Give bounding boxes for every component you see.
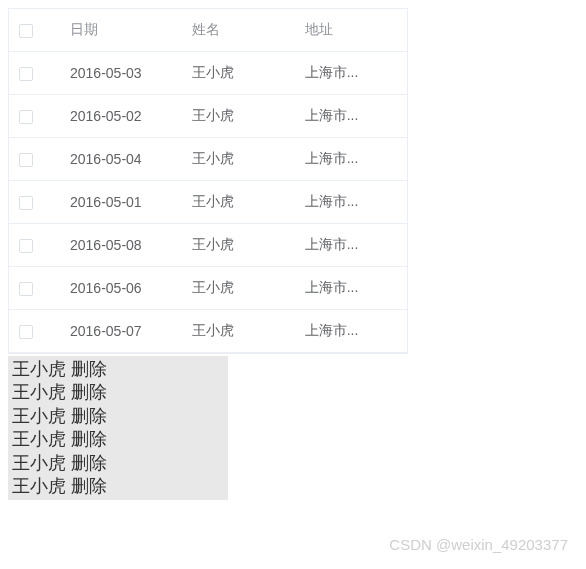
row-checkbox-cell (9, 224, 60, 267)
list-item-name: 王小虎 (12, 476, 66, 496)
cell-address: 上海市... (295, 138, 407, 181)
table-row[interactable]: 2016-05-08王小虎上海市... (9, 224, 407, 267)
row-checkbox-cell (9, 52, 60, 95)
select-all-checkbox[interactable] (19, 24, 33, 38)
row-checkbox[interactable] (19, 239, 33, 253)
cell-name: 王小虎 (182, 267, 294, 310)
list-item-action[interactable]: 删除 (71, 382, 107, 402)
row-checkbox[interactable] (19, 325, 33, 339)
row-checkbox[interactable] (19, 282, 33, 296)
row-checkbox[interactable] (19, 67, 33, 81)
table-row[interactable]: 2016-05-03王小虎上海市... (9, 52, 407, 95)
cell-name: 王小虎 (182, 181, 294, 224)
table-row[interactable]: 2016-05-01王小虎上海市... (9, 181, 407, 224)
table-row[interactable]: 2016-05-04王小虎上海市... (9, 138, 407, 181)
row-checkbox-cell (9, 181, 60, 224)
cell-date: 2016-05-08 (60, 224, 182, 267)
list-item-action[interactable]: 删除 (71, 359, 107, 379)
table-row[interactable]: 2016-05-07王小虎上海市... (9, 310, 407, 353)
row-checkbox-cell (9, 138, 60, 181)
cell-name: 王小虎 (182, 224, 294, 267)
cell-date: 2016-05-01 (60, 181, 182, 224)
row-checkbox-cell (9, 95, 60, 138)
list-item-name: 王小虎 (12, 453, 66, 473)
header-date: 日期 (60, 9, 182, 52)
row-checkbox[interactable] (19, 153, 33, 167)
table-header-row: 日期 姓名 地址 (9, 9, 407, 52)
list-item-action[interactable]: 删除 (71, 406, 107, 426)
list-item-name: 王小虎 (12, 382, 66, 402)
data-table: 日期 姓名 地址 2016-05-03王小虎上海市...2016-05-02王小… (8, 8, 408, 354)
name-action-list: 王小虎 删除王小虎 删除王小虎 删除王小虎 删除王小虎 删除王小虎 删除 (8, 356, 228, 500)
cell-name: 王小虎 (182, 138, 294, 181)
table-row[interactable]: 2016-05-02王小虎上海市... (9, 95, 407, 138)
row-checkbox[interactable] (19, 196, 33, 210)
cell-date: 2016-05-03 (60, 52, 182, 95)
list-item: 王小虎 删除 (12, 381, 224, 404)
list-item: 王小虎 删除 (12, 428, 224, 451)
cell-address: 上海市... (295, 224, 407, 267)
list-item-name: 王小虎 (12, 406, 66, 426)
list-item-action[interactable]: 删除 (71, 429, 107, 449)
list-item: 王小虎 删除 (12, 475, 224, 498)
list-item-name: 王小虎 (12, 429, 66, 449)
list-item: 王小虎 删除 (12, 405, 224, 428)
header-name: 姓名 (182, 9, 294, 52)
list-item-action[interactable]: 删除 (71, 453, 107, 473)
row-checkbox[interactable] (19, 110, 33, 124)
cell-address: 上海市... (295, 95, 407, 138)
row-checkbox-cell (9, 267, 60, 310)
table-row[interactable]: 2016-05-06王小虎上海市... (9, 267, 407, 310)
cell-date: 2016-05-02 (60, 95, 182, 138)
cell-address: 上海市... (295, 52, 407, 95)
cell-date: 2016-05-04 (60, 138, 182, 181)
cell-name: 王小虎 (182, 310, 294, 353)
header-address: 地址 (295, 9, 407, 52)
cell-name: 王小虎 (182, 52, 294, 95)
cell-address: 上海市... (295, 310, 407, 353)
cell-name: 王小虎 (182, 95, 294, 138)
list-item-action[interactable]: 删除 (71, 476, 107, 496)
cell-address: 上海市... (295, 181, 407, 224)
cell-date: 2016-05-07 (60, 310, 182, 353)
header-checkbox-cell (9, 9, 60, 52)
list-item: 王小虎 删除 (12, 452, 224, 475)
cell-address: 上海市... (295, 267, 407, 310)
row-checkbox-cell (9, 310, 60, 353)
cell-date: 2016-05-06 (60, 267, 182, 310)
list-item-name: 王小虎 (12, 359, 66, 379)
list-item: 王小虎 删除 (12, 358, 224, 381)
watermark: CSDN @weixin_49203377 (389, 536, 568, 553)
